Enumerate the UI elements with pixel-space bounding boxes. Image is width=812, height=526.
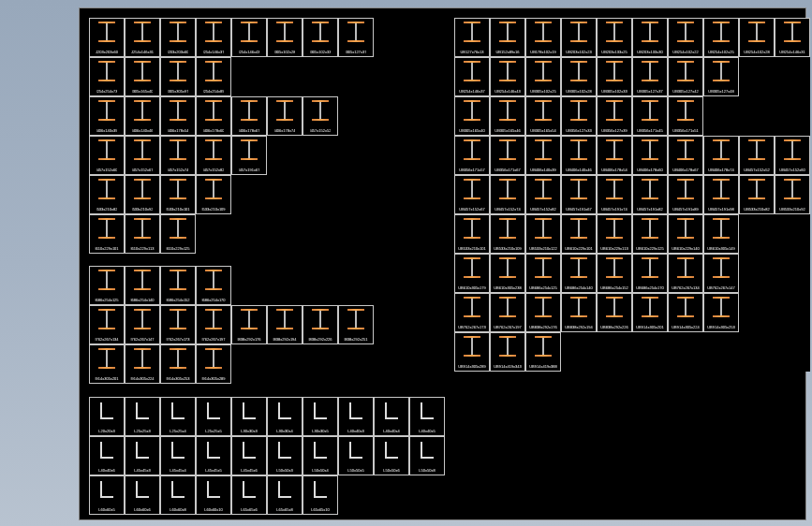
profile-cell[interactable]: I914x305x253 [160, 344, 196, 384]
profile-cell[interactable]: UB686x254x170 [632, 254, 668, 293]
profile-cell[interactable]: UB914x305x253 [703, 293, 739, 332]
profile-cell[interactable]: UB838x292x194 [561, 293, 597, 332]
profile-cell[interactable]: UB305x127x37 [632, 57, 668, 96]
profile-cell[interactable]: UB356x171x57 [454, 136, 490, 175]
profile-cell[interactable]: UB457x152x60 [775, 136, 810, 175]
profile-cell[interactable]: I610x229x125 [160, 214, 196, 254]
profile-cell[interactable]: I457x152x82 [196, 136, 231, 175]
profile-cell[interactable]: UB178x102x19 [525, 18, 561, 57]
profile-cell[interactable]: I686x254x140 [125, 266, 160, 305]
profile-cell[interactable]: I457x152x52 [303, 96, 338, 136]
profile-cell[interactable]: I406x178x67 [231, 96, 267, 136]
profile-cell[interactable]: UB762x267x147 [703, 254, 739, 293]
profile-cell[interactable]: UB762x267x134 [668, 254, 703, 293]
profile-cell[interactable]: UB610x229x101 [561, 214, 597, 254]
profile-cell[interactable]: I533x210x109 [196, 175, 231, 214]
profile-cell[interactable]: L20x20x3 [89, 397, 125, 436]
profile-cell[interactable]: I914x305x201 [89, 344, 125, 384]
profile-cell[interactable]: UB914x419x388 [525, 332, 561, 372]
profile-cell[interactable]: UB254x146x43 [490, 57, 525, 96]
profile-cell[interactable]: L40x40x3 [338, 397, 374, 436]
profile-cell[interactable]: L45x45x6 [231, 436, 267, 475]
profile-cell[interactable]: I610x229x101 [89, 214, 125, 254]
profile-cell[interactable]: I406x140x46 [125, 96, 160, 136]
profile-cell[interactable]: UB610x229x140 [668, 214, 703, 254]
profile-cell[interactable]: I254x146x37 [196, 18, 231, 57]
profile-cell[interactable]: UB610x305x149 [703, 214, 739, 254]
profile-cell[interactable]: UB686x254x152 [597, 254, 632, 293]
profile-cell[interactable]: J203x203x60 [89, 18, 125, 57]
profile-cell[interactable]: L60x60x5 [89, 475, 125, 515]
profile-cell[interactable]: UB457x152x67 [454, 175, 490, 214]
profile-cell[interactable]: UB838x292x226 [597, 293, 632, 332]
profile-cell[interactable]: UB254x146x31 [775, 18, 810, 57]
profile-cell[interactable]: I762x267x173 [160, 305, 196, 344]
profile-cell[interactable]: I610x229x113 [125, 214, 160, 254]
profile-cell[interactable]: UB305x165x40 [454, 96, 490, 136]
profile-cell[interactable]: UB457x152x74 [490, 175, 525, 214]
profile-cell[interactable]: L50x50x8 [409, 436, 445, 475]
profile-cell[interactable]: UB356x171x45 [632, 96, 668, 136]
profile-cell[interactable]: I406x178x60 [196, 96, 231, 136]
profile-cell[interactable]: UB305x102x25 [525, 57, 561, 96]
profile-cell[interactable]: UB457x152x82 [525, 175, 561, 214]
profile-cell[interactable]: I838x292x251 [338, 305, 374, 344]
profile-cell[interactable]: UB457x191x74 [597, 175, 632, 214]
profile-cell[interactable]: UB610x229x113 [597, 214, 632, 254]
profile-cell[interactable]: I457x152x67 [125, 136, 160, 175]
profile-cell[interactable]: I406x178x74 [267, 96, 303, 136]
profile-cell[interactable]: I686x254x125 [89, 266, 125, 305]
profile-cell[interactable]: UB356x127x39 [597, 96, 632, 136]
profile-cell[interactable]: UB127x76x13 [454, 18, 490, 57]
profile-cell[interactable]: I305x102x33 [303, 18, 338, 57]
profile-cell[interactable]: UB533x210x92 [775, 175, 810, 214]
profile-cell[interactable]: I762x267x134 [89, 305, 125, 344]
profile-cell[interactable]: L25x25x4 [160, 397, 196, 436]
drawing-canvas[interactable]: J203x203x60J254x146x31I203x203x60I254x14… [79, 7, 806, 520]
profile-cell[interactable]: I305x127x37 [338, 18, 374, 57]
profile-cell[interactable]: UB533x210x109 [490, 214, 525, 254]
profile-cell[interactable]: UB305x165x46 [490, 96, 525, 136]
profile-cell[interactable]: I457x152x74 [160, 136, 196, 175]
profile-cell[interactable]: UB686x254x140 [561, 254, 597, 293]
profile-cell[interactable]: UB762x267x173 [454, 293, 490, 332]
profile-cell[interactable]: I914x305x224 [125, 344, 160, 384]
profile-cell[interactable]: UB254x102x25 [703, 18, 739, 57]
profile-cell[interactable]: L50x50x3 [267, 436, 303, 475]
profile-cell[interactable]: UB203x102x23 [561, 18, 597, 57]
profile-cell[interactable]: UB406x178x67 [668, 136, 703, 175]
profile-cell[interactable]: UB356x127x33 [561, 96, 597, 136]
profile-cell[interactable]: UB305x102x28 [561, 57, 597, 96]
profile-cell[interactable]: I533x210x92 [125, 175, 160, 214]
profile-cell[interactable]: UB254x102x28 [739, 18, 775, 57]
profile-cell[interactable]: UB305x127x42 [668, 57, 703, 96]
profile-cell[interactable]: L45x45x4 [160, 436, 196, 475]
profile-cell[interactable]: L30x30x3 [231, 397, 267, 436]
profile-cell[interactable]: UB254x102x22 [668, 18, 703, 57]
profile-cell[interactable]: L50x50x6 [374, 436, 409, 475]
profile-cell[interactable]: J254x146x31 [125, 18, 160, 57]
profile-cell[interactable]: UB457x191x98 [703, 175, 739, 214]
profile-cell[interactable]: UB610x305x179 [454, 254, 490, 293]
profile-cell[interactable]: L45x45x3 [125, 436, 160, 475]
profile-cell[interactable]: I254x146x43 [231, 18, 267, 57]
profile-cell[interactable]: UB406x178x60 [632, 136, 668, 175]
profile-cell[interactable]: I406x178x54 [160, 96, 196, 136]
profile-cell[interactable]: I457x152x60 [89, 136, 125, 175]
profile-cell[interactable]: L40x40x5 [409, 397, 445, 436]
profile-cell[interactable]: UB610x229x125 [632, 214, 668, 254]
profile-cell[interactable]: UB914x305x289 [454, 332, 490, 372]
profile-cell[interactable]: UB533x210x122 [525, 214, 561, 254]
profile-cell[interactable]: I203x203x60 [160, 18, 196, 57]
profile-cell[interactable]: I838x292x176 [231, 305, 267, 344]
profile-cell[interactable]: UB914x305x224 [668, 293, 703, 332]
profile-cell[interactable]: I406x140x39 [89, 96, 125, 136]
profile-cell[interactable]: UB356x171x67 [490, 136, 525, 175]
profile-cell[interactable]: UB305x127x48 [703, 57, 739, 96]
profile-cell[interactable]: I838x292x226 [303, 305, 338, 344]
profile-cell[interactable]: I762x267x147 [125, 305, 160, 344]
profile-cell[interactable]: L40x40x4 [374, 397, 409, 436]
profile-cell[interactable]: L60x60x10 [196, 475, 231, 515]
profile-cell[interactable]: L60x60x8 [160, 475, 196, 515]
profile-cell[interactable]: I686x254x170 [196, 266, 231, 305]
